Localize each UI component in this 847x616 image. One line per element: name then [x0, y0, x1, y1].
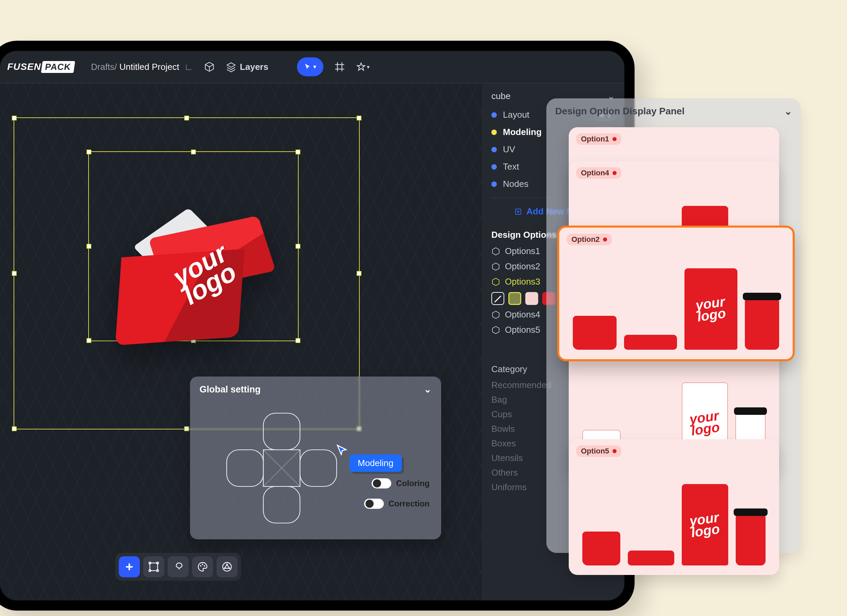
layer-color-dot: [491, 147, 497, 152]
design-option-display-panel[interactable]: Design Option Display Panel ⌄ Option1 yo…: [546, 98, 801, 553]
breadcrumb-current: Untitled Project: [120, 62, 179, 72]
card-tag: Option4: [576, 167, 621, 179]
svg-rect-5: [300, 450, 336, 486]
card-tag: Option1: [576, 133, 621, 145]
global-setting-title: Global setting: [199, 384, 261, 395]
svg-point-11: [200, 565, 201, 566]
chevron-down-icon[interactable]: ⌄: [424, 384, 432, 395]
rename-icon[interactable]: ∟: [184, 62, 193, 72]
svg-point-13: [204, 565, 205, 566]
design-card-option5[interactable]: Option5 yourlogo: [569, 439, 779, 575]
app-logo: FUSENPACK: [0, 61, 81, 73]
card-mock-content: yourlogo: [573, 268, 779, 350]
chevron-down-icon: ▾: [367, 64, 370, 70]
svg-rect-2: [263, 413, 300, 450]
card-tag: Option5: [576, 445, 621, 457]
model-preview-box[interactable]: yourlogo: [109, 212, 278, 355]
layer-color-dot: [491, 164, 497, 169]
swatch[interactable]: [508, 292, 521, 305]
cursor-tool-button[interactable]: ▾: [297, 57, 323, 76]
dop-title: Design Option Display Panel: [555, 106, 685, 117]
unfold-diagram: [221, 407, 343, 529]
top-bar: FUSENPACK Drafts/ Untitled Project ∟ Lay…: [0, 51, 624, 84]
cube-icon[interactable]: [202, 60, 216, 74]
node-tool-button[interactable]: [217, 556, 238, 577]
object-name[interactable]: cube: [491, 91, 511, 102]
chevron-down-icon: ▾: [313, 63, 316, 71]
layer-color-dot: [491, 112, 497, 118]
viewport-toolbar: [115, 553, 241, 581]
card-tag: Option2: [567, 234, 612, 245]
cursor-icon: [336, 444, 347, 456]
shape-tool-button[interactable]: [143, 556, 164, 577]
frame-tool-icon[interactable]: [333, 60, 347, 74]
breadcrumb-root: Drafts/: [91, 62, 117, 72]
design-card-option2[interactable]: Option2 yourlogo: [557, 225, 795, 361]
brush-tool-button[interactable]: [168, 556, 189, 577]
layers-button[interactable]: Layers: [226, 61, 269, 72]
svg-rect-4: [227, 450, 263, 486]
toggle-coloring[interactable]: Coloring: [372, 478, 429, 488]
chevron-down-icon[interactable]: ⌄: [784, 106, 792, 117]
global-setting-panel[interactable]: Global setting ⌄ Modeling: [190, 377, 441, 539]
app-screen: FUSENPACK Drafts/ Untitled Project ∟ Lay…: [0, 51, 624, 600]
layers-label: Layers: [240, 62, 269, 72]
swatch[interactable]: [525, 292, 538, 305]
breadcrumb[interactable]: Drafts/ Untitled Project ∟: [91, 62, 193, 72]
svg-rect-6: [150, 563, 158, 571]
tooltip-modeling: Modeling: [350, 455, 402, 472]
palette-tool-button[interactable]: [192, 556, 213, 577]
layer-color-dot: [491, 130, 497, 135]
add-tool-button[interactable]: [119, 556, 140, 577]
layer-color-dot: [491, 181, 497, 187]
tablet-frame: FUSENPACK Drafts/ Untitled Project ∟ Lay…: [0, 41, 635, 610]
toggle-correction[interactable]: Correction: [364, 499, 429, 509]
favorite-tool-icon[interactable]: ▾: [356, 60, 370, 74]
svg-point-12: [202, 564, 203, 565]
card-mock-content: yourlogo: [582, 484, 766, 566]
swatch[interactable]: [491, 292, 504, 305]
svg-rect-3: [263, 486, 300, 523]
